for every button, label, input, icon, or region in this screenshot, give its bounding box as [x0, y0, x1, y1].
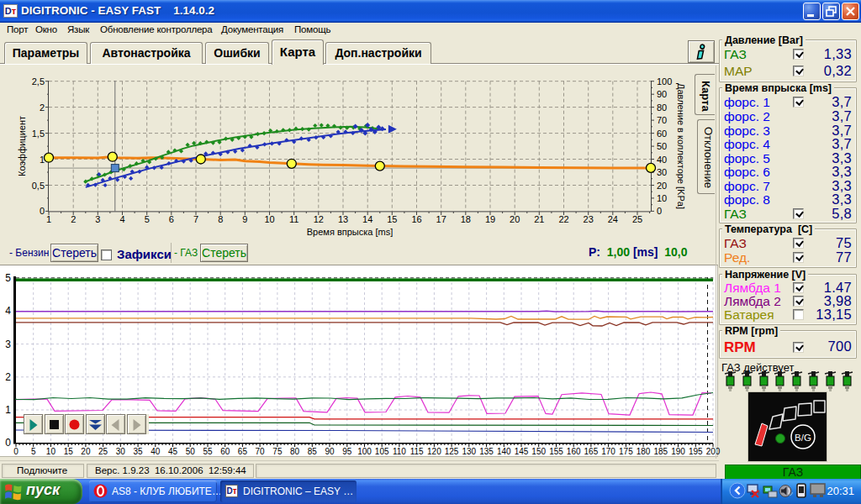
svg-text:3: 3	[95, 214, 100, 224]
svg-text:1,5: 1,5	[32, 129, 45, 139]
svg-text:55: 55	[203, 447, 213, 456]
svg-text:130: 130	[462, 447, 476, 456]
svg-text:160: 160	[567, 447, 581, 456]
svg-text:20: 20	[510, 214, 520, 224]
svg-text:110: 110	[393, 447, 406, 456]
svg-text:10: 10	[264, 214, 274, 224]
svg-text:Время впрыска [ms]: Время впрыска [ms]	[307, 227, 393, 237]
svg-text:195: 195	[689, 447, 703, 456]
svg-text:15: 15	[64, 447, 74, 456]
svg-text:80: 80	[657, 102, 667, 113]
svg-text:30: 30	[657, 167, 667, 177]
svg-text:100: 100	[357, 447, 372, 456]
svg-text:1: 1	[40, 155, 45, 165]
svg-text:115: 115	[410, 447, 424, 456]
svg-text:105: 105	[375, 447, 389, 456]
svg-text:21: 21	[534, 214, 544, 224]
svg-text:0: 0	[657, 206, 662, 216]
svg-text:2: 2	[40, 102, 45, 113]
svg-text:1: 1	[5, 404, 11, 416]
svg-text:95: 95	[342, 447, 352, 456]
svg-text:5: 5	[145, 214, 150, 224]
svg-text:19: 19	[485, 214, 495, 224]
svg-text:180: 180	[637, 447, 651, 456]
svg-text:0: 0	[5, 437, 11, 449]
svg-text:4: 4	[5, 305, 11, 317]
svg-text:23: 23	[584, 214, 594, 224]
svg-text:B/G: B/G	[795, 433, 811, 443]
svg-text:60: 60	[220, 447, 230, 456]
svg-text:140: 140	[497, 447, 511, 456]
svg-text:18: 18	[461, 214, 471, 224]
svg-text:2: 2	[5, 371, 11, 383]
svg-text:80: 80	[290, 447, 300, 456]
svg-text:25: 25	[632, 214, 642, 224]
svg-text:150: 150	[531, 447, 546, 456]
svg-text:30: 30	[116, 447, 126, 456]
svg-text:60: 60	[657, 129, 667, 139]
svg-text:145: 145	[515, 447, 529, 456]
svg-text:120: 120	[427, 447, 441, 456]
svg-text:11: 11	[289, 214, 298, 224]
svg-text:Давление в коллекторе [KPa]: Давление в коллекторе [KPa]	[676, 83, 686, 209]
svg-text:8: 8	[218, 214, 223, 224]
svg-text:17: 17	[436, 214, 446, 224]
svg-text:1: 1	[46, 214, 51, 224]
svg-text:90: 90	[325, 447, 335, 456]
svg-text:50: 50	[657, 141, 667, 151]
svg-text:15: 15	[387, 214, 397, 224]
svg-text:10: 10	[46, 447, 56, 456]
svg-text:13: 13	[338, 214, 348, 224]
svg-text:135: 135	[479, 447, 494, 456]
svg-text:35: 35	[134, 447, 144, 456]
svg-text:0,5: 0,5	[32, 181, 45, 191]
svg-text:14: 14	[362, 214, 372, 224]
svg-text:175: 175	[619, 447, 633, 456]
svg-text:3: 3	[5, 339, 11, 350]
svg-text:0: 0	[13, 447, 18, 456]
svg-text:100: 100	[657, 76, 672, 87]
svg-text:45: 45	[168, 447, 178, 456]
svg-text:65: 65	[238, 447, 248, 456]
svg-text:2,5: 2,5	[32, 76, 45, 87]
svg-text:16: 16	[411, 214, 421, 224]
svg-text:2: 2	[71, 214, 76, 224]
svg-text:6: 6	[169, 214, 174, 224]
svg-text:70: 70	[256, 447, 266, 456]
svg-text:10: 10	[657, 193, 667, 203]
svg-text:25: 25	[98, 447, 108, 456]
svg-text:5: 5	[5, 272, 11, 284]
svg-text:90: 90	[657, 89, 667, 99]
svg-text:20: 20	[657, 181, 667, 191]
svg-text:170: 170	[601, 447, 615, 456]
svg-text:24: 24	[608, 214, 618, 224]
svg-text:200: 200	[706, 447, 721, 456]
svg-text:185: 185	[653, 447, 668, 456]
svg-text:85: 85	[308, 447, 318, 456]
svg-text:155: 155	[549, 447, 563, 456]
svg-text:12: 12	[314, 214, 324, 224]
svg-text:9: 9	[242, 214, 247, 224]
svg-text:40: 40	[657, 155, 667, 165]
svg-text:4: 4	[119, 214, 124, 224]
svg-text:Коэффициент: Коэффициент	[17, 116, 27, 176]
svg-text:7: 7	[193, 214, 198, 224]
svg-text:40: 40	[151, 447, 161, 456]
svg-text:5: 5	[31, 447, 36, 456]
svg-text:190: 190	[671, 447, 685, 456]
svg-text:20: 20	[81, 447, 91, 456]
svg-text:70: 70	[657, 115, 667, 125]
svg-text:75: 75	[272, 447, 283, 456]
svg-text:0: 0	[40, 206, 45, 216]
svg-text:22: 22	[558, 214, 568, 224]
svg-text:165: 165	[584, 447, 599, 456]
svg-text:125: 125	[445, 447, 459, 456]
svg-text:50: 50	[186, 447, 196, 456]
